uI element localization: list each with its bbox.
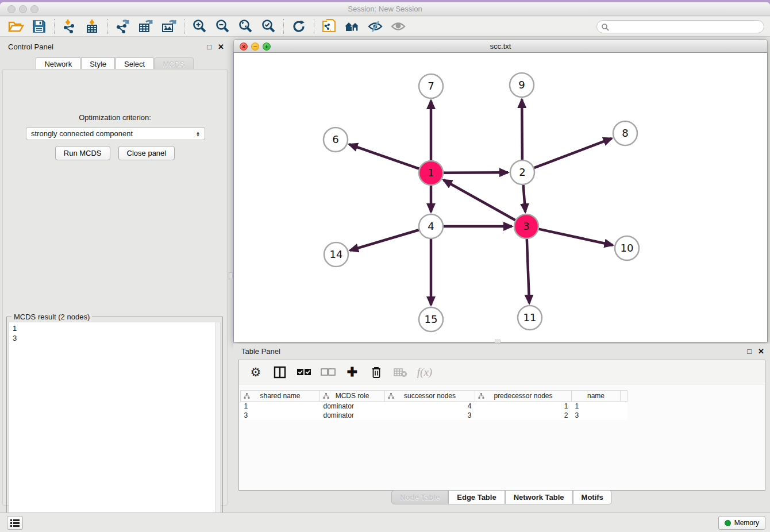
select-spinner-icon: ▲▼ (196, 131, 200, 137)
main-window: Session: New Session (0, 2, 770, 532)
column-type-icon (388, 393, 394, 399)
function-builder-button[interactable]: f(x) (415, 363, 434, 381)
graph-edge[interactable] (538, 229, 613, 245)
graph-edge[interactable] (523, 185, 526, 212)
mcds-buttons: Run MCDS Close panel (3, 146, 227, 160)
graph-edge[interactable] (534, 138, 612, 168)
import-network-icon (62, 19, 77, 34)
mcds-result-textarea[interactable]: 1 3 (9, 322, 221, 532)
search-icon (601, 23, 609, 31)
column-header-name[interactable]: name (572, 391, 621, 402)
network-canvas[interactable]: 7968124314101511 (233, 53, 768, 342)
open-session-button[interactable] (5, 18, 28, 35)
optimization-criterion-select[interactable]: strongly connected component ▲▼ (26, 127, 205, 140)
zoom-out-button[interactable] (211, 18, 234, 35)
table-panel: Table Panel □ ✕ ⚙ ✚ f(x) (233, 344, 770, 514)
first-neighbors-button[interactable] (341, 18, 364, 35)
mcds-panel: Optimization criterion: strongly connect… (2, 69, 228, 506)
splitter-handle-horizontal[interactable] (495, 340, 500, 343)
column-header-shared-name[interactable]: shared name (241, 391, 320, 402)
select-all-columns-button[interactable] (294, 363, 314, 381)
toolbar-separator (283, 19, 284, 34)
column-header-successor-nodes[interactable]: successor nodes (385, 391, 475, 402)
unselect-all-columns-button[interactable] (318, 363, 338, 381)
hide-selected-button[interactable] (364, 18, 387, 35)
export-table-button[interactable] (134, 18, 157, 35)
column-type-icon (478, 393, 484, 399)
create-column-button[interactable]: ✚ (342, 363, 362, 381)
column-type-icon (244, 393, 250, 399)
toolbar-separator (54, 19, 55, 34)
import-table-button[interactable] (81, 18, 104, 35)
refresh-icon (291, 19, 306, 34)
table-settings-button[interactable]: ⚙ (246, 363, 265, 381)
graph-node-label: 8 (622, 127, 628, 139)
show-columns-button[interactable] (270, 363, 290, 381)
houses-icon (344, 20, 361, 33)
column-header-predecessor-nodes[interactable]: predecessor nodes (475, 391, 572, 402)
export-network-button[interactable] (111, 18, 134, 35)
column-header-mcds-role[interactable]: MCDS role (320, 391, 385, 402)
clone-network-button[interactable] (318, 18, 341, 35)
close-panel-button[interactable]: Close panel (118, 146, 175, 160)
show-all-button[interactable] (387, 18, 410, 35)
control-panel: Control Panel □ ✕ Network Style Select M… (0, 37, 230, 508)
close-table-panel-icon[interactable]: ✕ (758, 347, 764, 356)
graph-edge[interactable] (444, 180, 515, 220)
graph-node-label: 14 (330, 248, 343, 260)
zoom-selected-button[interactable] (257, 18, 280, 35)
float-panel-icon[interactable]: □ (207, 43, 211, 51)
control-panel-title: Control Panel (8, 43, 53, 51)
delete-table-icon (394, 367, 407, 377)
table-panel-title: Table Panel (241, 347, 280, 356)
main-titlebar: Session: New Session (0, 2, 770, 16)
tab-network[interactable]: Network (36, 57, 80, 70)
memory-status-icon (725, 520, 731, 526)
tab-style[interactable]: Style (81, 57, 115, 70)
graph-node-label: 6 (332, 133, 338, 145)
memory-button[interactable]: Memory (718, 516, 765, 530)
toolbar-separator (184, 19, 184, 34)
save-session-button[interactable] (28, 18, 51, 35)
table-tabs: Node Table Edge Table Network Table Moti… (233, 490, 770, 504)
optimization-criterion-label: Optimization criterion: (3, 113, 227, 122)
result-scrollbar[interactable] (215, 322, 220, 532)
task-history-button[interactable] (7, 516, 23, 530)
tab-node-table[interactable]: Node Table (391, 490, 448, 504)
delete-column-button[interactable] (367, 363, 386, 381)
list-icon (10, 519, 20, 527)
eye-icon (390, 20, 406, 33)
delete-table-button[interactable] (391, 363, 410, 381)
search-box[interactable] (596, 20, 764, 33)
table-row[interactable]: 3dominator 32 3 (241, 411, 627, 420)
mcds-result-group: MCDS result (2 nodes) 1 3 (6, 317, 223, 532)
toolbar-separator (314, 19, 314, 34)
toolbar-separator (107, 19, 108, 34)
tab-select[interactable]: Select (116, 57, 153, 70)
close-panel-icon[interactable]: ✕ (218, 43, 224, 51)
graph-edge[interactable] (444, 172, 508, 173)
zoom-fit-button[interactable] (234, 18, 257, 35)
zoom-in-icon (192, 19, 207, 34)
tab-edge-table[interactable]: Edge Table (448, 490, 505, 504)
graph-edge[interactable] (527, 239, 529, 303)
run-mcds-button[interactable]: Run MCDS (55, 146, 110, 160)
tab-mcds[interactable]: MCDS (154, 57, 193, 70)
node-table-container: ⚙ ✚ f(x) shared name (238, 360, 765, 491)
tab-network-table[interactable]: Network Table (505, 490, 573, 504)
splitter-handle-vertical[interactable] (229, 272, 233, 279)
refresh-view-button[interactable] (287, 18, 310, 35)
float-table-panel-icon[interactable]: □ (747, 347, 752, 356)
gear-icon: ⚙ (251, 365, 261, 379)
export-image-button[interactable] (157, 18, 180, 35)
import-network-button[interactable] (58, 18, 81, 35)
graph-edge[interactable] (522, 99, 522, 160)
search-input[interactable] (609, 23, 764, 31)
zoom-in-button[interactable] (188, 18, 211, 35)
fx-icon: f(x) (417, 366, 432, 379)
table-panel-header: Table Panel □ ✕ (233, 346, 770, 357)
graph-edge[interactable] (350, 230, 419, 250)
graph-edge[interactable] (349, 144, 419, 168)
tab-motifs[interactable]: Motifs (573, 490, 612, 504)
table-row[interactable]: 1dominator 41 1 (241, 402, 627, 411)
